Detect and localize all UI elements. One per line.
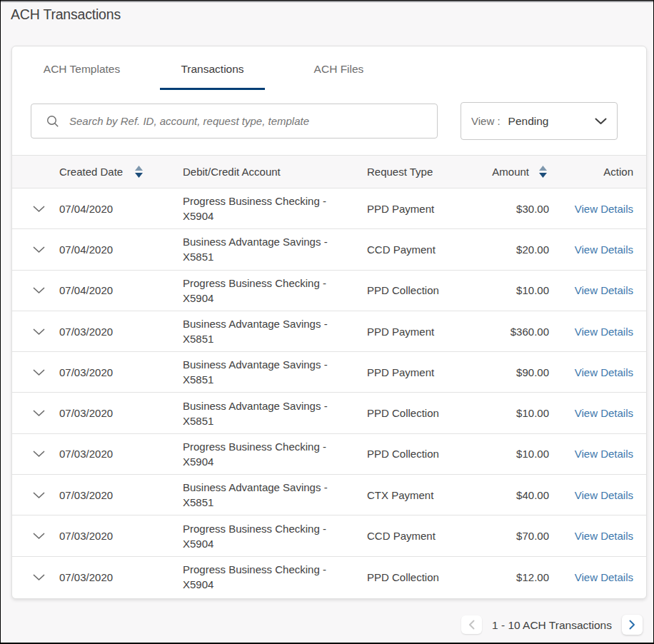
view-details-link[interactable]: View Details bbox=[575, 203, 633, 215]
column-header-action: Action bbox=[549, 156, 646, 188]
view-details-link[interactable]: View Details bbox=[575, 407, 633, 419]
transactions-card: ACH Templates Transactions ACH Files Vie… bbox=[11, 46, 647, 599]
transaction-row: 07/03/2020 Business Advantage Savings - … bbox=[12, 311, 646, 351]
cell-request-type: CCD Payment bbox=[367, 515, 474, 556]
cell-request-type: PPD Payment bbox=[367, 311, 474, 351]
view-filter-label: View : bbox=[471, 115, 500, 127]
transaction-row: 07/03/2020 Progress Business Checking - … bbox=[12, 433, 646, 474]
row-expand-chevron-icon[interactable] bbox=[33, 492, 45, 499]
cell-amount: $20.00 bbox=[474, 229, 549, 270]
cell-request-type: PPD Collection bbox=[367, 433, 474, 474]
column-header-created-date[interactable]: Created Date bbox=[59, 166, 123, 178]
transactions-tbody: 07/04/2020 Progress Business Checking - … bbox=[12, 188, 646, 598]
sort-icon-created-date[interactable] bbox=[134, 165, 144, 178]
cell-created-date: 07/04/2020 bbox=[59, 270, 183, 311]
chevron-right-icon bbox=[629, 620, 635, 630]
cell-account: Progress Business Checking - X5904 bbox=[183, 515, 367, 556]
view-details-link[interactable]: View Details bbox=[575, 366, 633, 378]
cell-amount: $360.00 bbox=[474, 311, 549, 351]
cell-request-type: CTX Payment bbox=[367, 475, 474, 515]
pagination-label: 1 - 10 ACH Transactions bbox=[492, 616, 608, 635]
row-expand-chevron-icon[interactable] bbox=[33, 451, 45, 458]
cell-amount: $70.00 bbox=[474, 515, 549, 556]
view-details-link[interactable]: View Details bbox=[575, 489, 633, 501]
cell-created-date: 07/03/2020 bbox=[59, 515, 183, 556]
cell-account: Progress Business Checking - X5904 bbox=[183, 556, 367, 597]
cell-request-type: PPD Collection bbox=[367, 556, 474, 597]
column-header-amount[interactable]: Amount bbox=[492, 166, 529, 178]
row-expand-chevron-icon[interactable] bbox=[33, 369, 45, 376]
row-expand-chevron-icon[interactable] bbox=[33, 574, 45, 581]
transaction-row: 07/04/2020 Progress Business Checking - … bbox=[12, 270, 646, 311]
cell-created-date: 07/03/2020 bbox=[59, 311, 183, 351]
chevron-left-icon bbox=[468, 620, 475, 630]
row-expand-chevron-icon[interactable] bbox=[33, 246, 45, 253]
transaction-row: 07/03/2020 Business Advantage Savings - … bbox=[12, 475, 646, 515]
tab-bar: ACH Templates Transactions ACH Files bbox=[29, 46, 391, 90]
column-header-request-type: Request Type bbox=[367, 156, 474, 188]
cell-amount: $40.00 bbox=[474, 475, 549, 515]
transaction-row: 07/04/2020 Business Advantage Savings - … bbox=[12, 229, 646, 270]
cell-account: Business Advantage Savings - X5851 bbox=[183, 393, 367, 433]
view-details-link[interactable]: View Details bbox=[575, 284, 633, 296]
row-expand-chevron-icon[interactable] bbox=[33, 328, 45, 336]
chevron-down-icon bbox=[595, 118, 607, 125]
pagination-prev-button[interactable] bbox=[461, 615, 482, 634]
cell-account: Progress Business Checking - X5904 bbox=[183, 270, 367, 311]
transaction-row: 07/04/2020 Progress Business Checking - … bbox=[12, 188, 646, 229]
view-details-link[interactable]: View Details bbox=[575, 448, 633, 460]
cell-account: Progress Business Checking - X5904 bbox=[183, 188, 367, 229]
cell-amount: $10.00 bbox=[474, 270, 549, 311]
search-box[interactable] bbox=[31, 104, 438, 139]
cell-created-date: 07/03/2020 bbox=[59, 352, 183, 393]
table-header: Created Date Debit/Credit Account Reques… bbox=[12, 156, 646, 188]
row-expand-chevron-icon[interactable] bbox=[33, 410, 45, 417]
row-expand-chevron-icon[interactable] bbox=[33, 533, 45, 540]
cell-amount: $10.00 bbox=[474, 433, 549, 474]
search-input[interactable] bbox=[69, 115, 430, 127]
cell-request-type: CCD Payment bbox=[367, 229, 474, 270]
cell-created-date: 07/03/2020 bbox=[59, 393, 183, 433]
pagination-next-button[interactable] bbox=[622, 615, 643, 635]
tab-transactions[interactable]: Transactions bbox=[160, 46, 265, 90]
cell-created-date: 07/04/2020 bbox=[59, 229, 183, 270]
sort-icon-amount[interactable] bbox=[538, 165, 548, 178]
cell-amount: $10.00 bbox=[474, 393, 549, 433]
cell-account: Business Advantage Savings - X5851 bbox=[183, 229, 367, 270]
cell-request-type: PPD Collection bbox=[367, 393, 474, 433]
ach-transactions-page: { "page": { "title": "ACH Transactions" … bbox=[0, 0, 654, 644]
cell-created-date: 07/03/2020 bbox=[59, 433, 183, 474]
view-filter-dropdown[interactable]: View : Pending bbox=[461, 102, 618, 140]
view-details-link[interactable]: View Details bbox=[575, 571, 633, 583]
cell-request-type: PPD Payment bbox=[367, 352, 474, 393]
cell-amount: $30.00 bbox=[474, 188, 549, 229]
transactions-table: Created Date Debit/Credit Account Reques… bbox=[12, 155, 646, 597]
transaction-row: 07/03/2020 Business Advantage Savings - … bbox=[12, 393, 646, 433]
cell-account: Business Advantage Savings - X5851 bbox=[183, 352, 367, 393]
cell-created-date: 07/03/2020 bbox=[59, 475, 183, 515]
transaction-row: 07/03/2020 Progress Business Checking - … bbox=[12, 556, 646, 597]
view-details-link[interactable]: View Details bbox=[575, 326, 633, 338]
cell-amount: $90.00 bbox=[474, 352, 549, 393]
cell-created-date: 07/03/2020 bbox=[59, 556, 183, 597]
cell-amount: $12.00 bbox=[474, 556, 549, 597]
row-expand-chevron-icon[interactable] bbox=[33, 206, 45, 213]
column-header-account: Debit/Credit Account bbox=[183, 156, 367, 188]
cell-account: Business Advantage Savings - X5851 bbox=[183, 311, 367, 351]
tab-ach-templates[interactable]: ACH Templates bbox=[29, 46, 134, 90]
row-expand-chevron-icon[interactable] bbox=[33, 287, 45, 294]
transaction-row: 07/03/2020 Progress Business Checking - … bbox=[12, 515, 646, 556]
cell-account: Business Advantage Savings - X5851 bbox=[183, 475, 367, 515]
view-filter-value: Pending bbox=[508, 115, 549, 128]
transaction-row: 07/03/2020 Business Advantage Savings - … bbox=[12, 352, 646, 393]
search-icon bbox=[46, 115, 59, 128]
view-details-link[interactable]: View Details bbox=[575, 530, 633, 542]
tab-ach-files[interactable]: ACH Files bbox=[286, 46, 391, 90]
view-details-link[interactable]: View Details bbox=[575, 243, 633, 256]
cell-request-type: PPD Collection bbox=[367, 270, 474, 311]
page-title: ACH Transactions bbox=[11, 6, 121, 23]
cell-request-type: PPD Payment bbox=[367, 188, 474, 229]
cell-account: Progress Business Checking - X5904 bbox=[183, 433, 367, 474]
cell-created-date: 07/04/2020 bbox=[59, 188, 183, 229]
